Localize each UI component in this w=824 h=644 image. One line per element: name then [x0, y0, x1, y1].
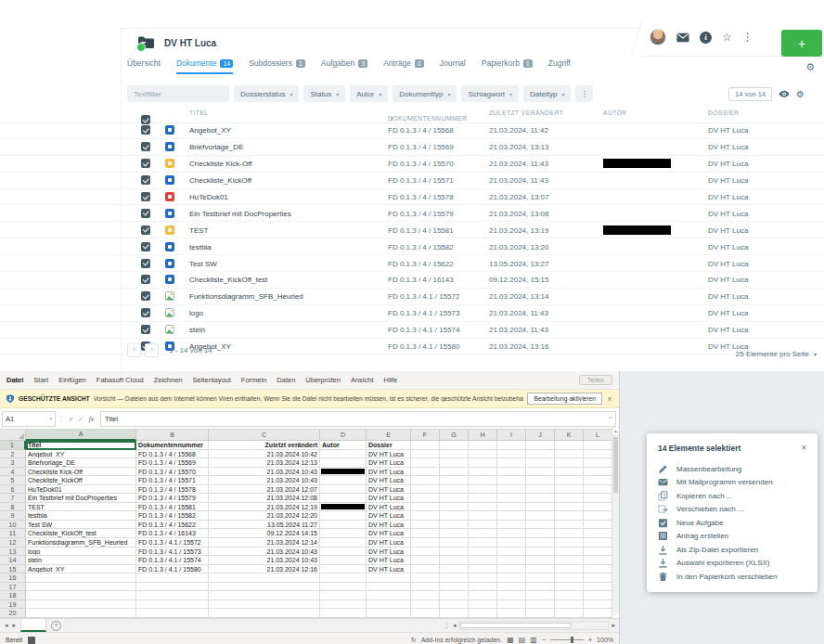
document-title[interactable]: Checkliste Kick-Off: [189, 160, 251, 168]
cell-a[interactable]: [26, 573, 136, 583]
cell-d[interactable]: [320, 583, 367, 592]
sheet-tab[interactable]: [20, 619, 46, 632]
cell-empty[interactable]: [411, 503, 440, 512]
cell-c[interactable]: 21.03.2024 12:08: [209, 494, 320, 503]
cell-empty[interactable]: [469, 538, 497, 547]
cell-empty[interactable]: [411, 547, 440, 557]
cell-empty[interactable]: [526, 511, 555, 521]
cell-b[interactable]: FD 0.1.3 / 4 / 16143: [136, 529, 209, 538]
cell-empty[interactable]: [526, 503, 555, 512]
cell-empty[interactable]: [555, 583, 584, 592]
cell-empty[interactable]: [526, 441, 555, 450]
table-row[interactable]: Briefvorlage_DE FD 0.1.3 / 4 / 15569 21.…: [0, 139, 824, 156]
cell-empty[interactable]: [584, 583, 612, 592]
cell-empty[interactable]: [526, 529, 555, 538]
cell-empty[interactable]: [469, 450, 497, 459]
cell-empty[interactable]: [555, 521, 584, 530]
column-settings-gear-icon[interactable]: ⚙: [796, 89, 805, 99]
cell-empty[interactable]: [440, 556, 469, 565]
ribbon-tab[interactable]: Datei: [6, 376, 23, 384]
cell-empty[interactable]: [526, 485, 555, 495]
cell-e[interactable]: [367, 573, 411, 583]
cell-e[interactable]: Dossier: [367, 441, 411, 450]
cell-empty[interactable]: [411, 441, 440, 450]
cell-empty[interactable]: [497, 503, 526, 512]
column-header[interactable]: C: [209, 430, 320, 441]
filter-dropdown[interactable]: Schlagwort ▾: [461, 85, 519, 102]
cell-b[interactable]: FD 0.1.3 / 4 / 15570: [136, 468, 209, 477]
cell-empty[interactable]: [555, 503, 584, 512]
cell-c[interactable]: [209, 609, 320, 618]
ribbon-tab[interactable]: Einfügen: [58, 376, 86, 384]
cell-d[interactable]: [320, 494, 367, 503]
cell-d[interactable]: [320, 573, 367, 583]
cell-b[interactable]: [136, 573, 209, 583]
row-checkbox[interactable]: [141, 259, 150, 268]
cell-e[interactable]: [367, 583, 411, 592]
panel-menu-item[interactable]: Massenbearbeitung: [647, 462, 818, 476]
cell-c[interactable]: 21.03.2024 12:13: [209, 458, 320, 468]
cell-e[interactable]: DV HT Luca: [367, 565, 411, 574]
row-header[interactable]: 20: [0, 609, 26, 618]
row-header[interactable]: 9: [0, 511, 26, 521]
cell-empty[interactable]: [526, 538, 555, 547]
cell-empty[interactable]: [555, 468, 584, 477]
scrollbar-thumb[interactable]: [460, 623, 572, 628]
cell-b[interactable]: FD 0.1.3 / 4 / 15569: [136, 458, 209, 468]
cell-e[interactable]: DV HT Luca: [367, 503, 411, 512]
filter-dropdown[interactable]: Dossierstatus ▾: [234, 85, 299, 102]
cell-d[interactable]: [320, 556, 367, 565]
cell-c[interactable]: 21.03.2024 10:42: [209, 450, 320, 459]
avatar[interactable]: [650, 29, 666, 45]
cell-empty[interactable]: [526, 565, 555, 574]
banner-close-icon[interactable]: x: [606, 394, 613, 403]
column-header-titel[interactable]: TITEL: [189, 109, 209, 116]
page-break-view-icon[interactable]: ▥: [530, 636, 537, 644]
cell-empty[interactable]: [584, 441, 612, 450]
panel-menu-item[interactable]: Verschieben nach ...: [647, 503, 818, 517]
name-box[interactable]: A1 ▾: [2, 411, 56, 427]
cell-empty[interactable]: [555, 591, 584, 600]
mail-icon[interactable]: [676, 32, 689, 43]
cell-empty[interactable]: [497, 556, 526, 565]
panel-menu-item[interactable]: Als Zip-Datei exportieren: [647, 543, 818, 557]
cell-empty[interactable]: [526, 494, 555, 503]
cell-empty[interactable]: [440, 538, 469, 547]
column-header[interactable]: E: [367, 430, 411, 441]
cell-a[interactable]: Angebot_XY: [26, 565, 136, 574]
cell-b[interactable]: [136, 609, 209, 618]
cell-empty[interactable]: [440, 565, 469, 574]
star-icon[interactable]: ☆: [722, 32, 732, 43]
cell-empty[interactable]: [555, 529, 584, 538]
cell-empty[interactable]: [469, 591, 497, 600]
cell-e[interactable]: [367, 609, 411, 618]
tab[interactable]: Übersicht: [127, 58, 161, 74]
table-row[interactable]: testbla FD 0.1.3 / 4 / 15582 21.03.2024,…: [0, 238, 824, 255]
table-row[interactable]: Checkliste_KickOff_test FD 0.1.3 / 4 / 1…: [0, 272, 824, 289]
column-header[interactable]: G: [440, 430, 469, 441]
cell-empty[interactable]: [411, 485, 440, 495]
table-row[interactable]: Funktionsdiagramm_SFB_Heuried FD 0.1.3 /…: [0, 289, 824, 305]
cell-empty[interactable]: [469, 511, 497, 521]
cell-empty[interactable]: [584, 494, 612, 503]
cell-empty[interactable]: [497, 591, 526, 600]
cell-empty[interactable]: [440, 450, 469, 459]
horizontal-scrollbar[interactable]: ⋮ ◂ ▸: [444, 621, 619, 630]
tab[interactable]: Journal: [440, 58, 466, 74]
cell-empty[interactable]: [497, 583, 526, 592]
filter-dropdown[interactable]: Autor ▾: [350, 85, 388, 102]
column-header-autor[interactable]: AUTOR: [603, 109, 627, 116]
document-title[interactable]: logo: [189, 309, 203, 317]
cell-empty[interactable]: [440, 547, 469, 557]
cell-empty[interactable]: [469, 529, 497, 538]
cell-empty[interactable]: [469, 468, 497, 477]
cell-c[interactable]: 21.03.2024 12:20: [209, 511, 320, 521]
cell-empty[interactable]: [584, 591, 612, 600]
cell-a[interactable]: Ein Testbrief mit DocProperties: [26, 494, 136, 503]
cell-empty[interactable]: [584, 538, 612, 547]
cell-d[interactable]: [320, 458, 367, 468]
column-header[interactable]: K: [555, 430, 584, 441]
cell-empty[interactable]: [440, 494, 469, 503]
cell-a[interactable]: [26, 583, 136, 592]
cell-e[interactable]: DV HT Luca: [367, 494, 411, 503]
